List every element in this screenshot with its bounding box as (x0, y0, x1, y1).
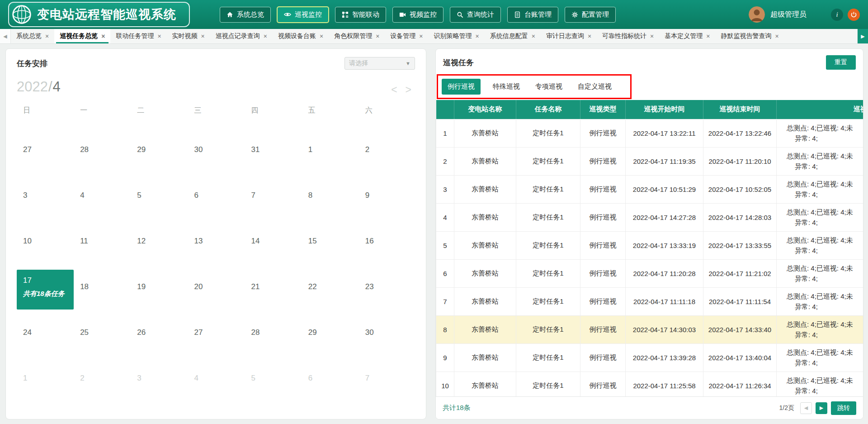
nav-button[interactable]: 台账管理 (507, 7, 558, 23)
workspace-tab[interactable]: 识别策略管理× (429, 29, 485, 43)
workspace-tab[interactable]: 实时视频× (167, 29, 210, 43)
calendar-day[interactable]: 30 (359, 315, 416, 361)
close-icon[interactable]: × (650, 33, 654, 39)
table-row[interactable]: 7东善桥站定时任务1例行巡视2022-04-17 11:11:182022-04… (436, 287, 863, 315)
power-icon[interactable] (848, 9, 860, 21)
calendar-day[interactable]: 1 (17, 361, 74, 407)
calendar-day[interactable]: 18 (74, 270, 131, 315)
reset-button[interactable]: 重置 (826, 55, 856, 70)
nav-button[interactable]: 配置管理 (565, 7, 616, 23)
nav-button[interactable]: 巡视监控 (277, 7, 329, 23)
table-row[interactable]: 9东善桥站定时任务1例行巡视2022-04-17 13:39:282022-04… (436, 343, 863, 372)
calendar-day[interactable]: 24 (17, 315, 74, 361)
next-month-button[interactable]: > (406, 85, 411, 95)
inspection-type-tab[interactable]: 特殊巡视 (490, 79, 523, 95)
calendar-day[interactable]: 2 (359, 133, 416, 178)
calendar-day[interactable]: 1 (302, 133, 359, 178)
nav-button[interactable]: 智能联动 (335, 7, 386, 23)
info-icon[interactable]: i (831, 9, 843, 21)
calendar-day[interactable]: 29 (302, 315, 359, 361)
table-row[interactable]: 2东善桥站定时任务1例行巡视2022-04-17 11:19:352022-04… (436, 147, 863, 175)
calendar-day[interactable]: 29 (131, 133, 188, 178)
close-icon[interactable]: × (588, 33, 591, 39)
calendar-day[interactable]: 27 (188, 315, 245, 361)
table-row[interactable]: 3东善桥站定时任务1例行巡视2022-04-17 10:51:292022-04… (436, 175, 863, 203)
next-page-button[interactable]: ▶ (816, 402, 827, 414)
close-icon[interactable]: × (532, 33, 535, 39)
calendar-day[interactable]: 11 (74, 224, 131, 270)
calendar-day[interactable]: 7 (359, 361, 416, 407)
close-icon[interactable]: × (101, 33, 105, 39)
calendar-day[interactable]: 2 (74, 361, 131, 407)
nav-button[interactable]: 查询统计 (450, 7, 501, 23)
calendar-day[interactable]: 19 (131, 270, 188, 315)
calendar-day[interactable]: 27 (17, 133, 74, 178)
close-icon[interactable]: × (775, 33, 778, 39)
close-icon[interactable]: × (320, 33, 323, 39)
close-icon[interactable]: × (201, 33, 205, 39)
workspace-tab[interactable]: 系统总览× (11, 29, 54, 43)
prev-month-button[interactable]: < (391, 85, 397, 95)
workspace-tab[interactable]: 基本定义管理× (659, 29, 715, 43)
workspace-tab[interactable]: 联动任务管理× (110, 29, 166, 43)
nav-button[interactable]: 视频监控 (392, 7, 443, 23)
calendar-day[interactable]: 30 (188, 133, 245, 178)
calendar-day[interactable]: 14 (245, 224, 302, 270)
prev-page-button[interactable]: ◀ (800, 402, 812, 414)
calendar-day[interactable]: 3 (17, 178, 74, 224)
workspace-tab[interactable]: 静默监视告警查询× (715, 29, 784, 43)
workspace-tab[interactable]: 角色权限管理× (329, 29, 385, 43)
calendar-day[interactable]: 5 (131, 178, 188, 224)
workspace-tab[interactable]: 可靠性指标统计× (597, 29, 659, 43)
calendar-day[interactable]: 5 (245, 361, 302, 407)
close-icon[interactable]: × (706, 33, 710, 39)
close-icon[interactable]: × (419, 33, 423, 39)
user-avatar[interactable] (749, 6, 765, 23)
jump-button[interactable]: 跳转 (831, 401, 856, 415)
inspection-type-tab[interactable]: 自定义巡视 (575, 79, 615, 95)
calendar-day[interactable]: 15 (302, 224, 359, 270)
calendar-day[interactable]: 28 (245, 315, 302, 361)
calendar-day[interactable]: 25 (74, 315, 131, 361)
calendar-day[interactable]: 26 (131, 315, 188, 361)
calendar-day[interactable]: 3 (131, 361, 188, 407)
close-icon[interactable]: × (376, 33, 379, 39)
table-row[interactable]: 1东善桥站定时任务1例行巡视2022-04-17 13:22:112022-04… (436, 119, 863, 147)
calendar-day[interactable]: 16 (359, 224, 416, 270)
tab-scroll-left-button[interactable]: ◀ (0, 29, 11, 43)
calendar-day[interactable]: 21 (245, 270, 302, 315)
calendar-day[interactable]: 8 (302, 178, 359, 224)
calendar-day[interactable]: 20 (188, 270, 245, 315)
calendar-day[interactable]: 4 (188, 361, 245, 407)
workspace-tab[interactable]: 系统信息配置× (485, 29, 541, 43)
calendar-day[interactable]: 6 (188, 178, 245, 224)
inspection-type-tab[interactable]: 专项巡视 (532, 79, 566, 95)
tab-scroll-right-button[interactable]: ▶ (857, 29, 868, 43)
calendar-day[interactable]: 9 (359, 178, 416, 224)
calendar-day[interactable]: 7 (245, 178, 302, 224)
workspace-tab[interactable]: 视频设备台账× (273, 29, 329, 43)
workspace-tab[interactable]: 设备管理× (385, 29, 428, 43)
workspace-tab[interactable]: 巡视点记录查询× (210, 29, 273, 43)
calendar-day[interactable]: 6 (302, 361, 359, 407)
table-row[interactable]: 5东善桥站定时任务1例行巡视2022-04-17 13:33:192022-04… (436, 231, 863, 259)
nav-button[interactable]: 系统总览 (220, 7, 271, 23)
calendar-day-selected[interactable]: 17共有18条任务 (17, 270, 74, 310)
close-icon[interactable]: × (264, 33, 267, 39)
table-row[interactable]: 8东善桥站定时任务1例行巡视2022-04-17 14:30:032022-04… (436, 315, 863, 343)
close-icon[interactable]: × (157, 33, 161, 39)
close-icon[interactable]: × (476, 33, 479, 39)
calendar-day[interactable]: 22 (302, 270, 359, 315)
calendar-day[interactable]: 12 (131, 224, 188, 270)
task-filter-select[interactable]: 请选择 ▼ (344, 57, 415, 70)
workspace-tab[interactable]: 巡视任务总览× (54, 29, 110, 43)
calendar-day[interactable]: 10 (17, 224, 74, 270)
calendar-day[interactable]: 4 (74, 178, 131, 224)
workspace-tab[interactable]: 审计日志查询× (541, 29, 597, 43)
table-row[interactable]: 6东善桥站定时任务1例行巡视2022-04-17 11:20:282022-04… (436, 259, 863, 287)
calendar-day[interactable]: 13 (188, 224, 245, 270)
calendar-day[interactable]: 28 (74, 133, 131, 178)
calendar-day[interactable]: 31 (245, 133, 302, 178)
inspection-type-tab[interactable]: 例行巡视 (442, 79, 481, 95)
close-icon[interactable]: × (45, 33, 49, 39)
